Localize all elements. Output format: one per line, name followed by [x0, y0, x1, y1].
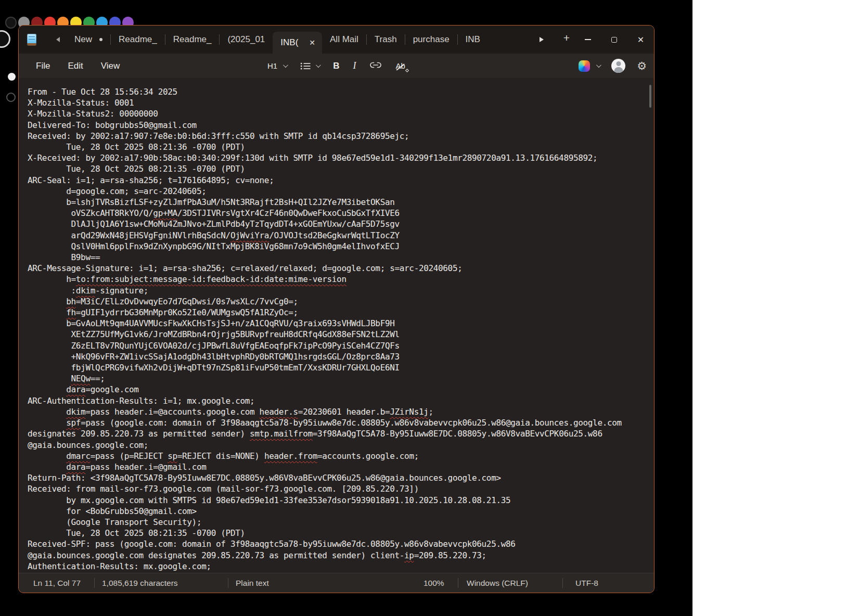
misspelled-text: sp	[168, 451, 177, 461]
editor-line: oVSZkcAHT8RkYO/Q/gp+MA/3DSTJIVRrsVgtXr4C…	[28, 208, 654, 219]
misspelled-text: fh	[66, 307, 76, 317]
scroll-tabs-left-button[interactable]	[56, 37, 60, 42]
menu-view[interactable]: View	[92, 58, 129, 74]
minimize-button[interactable]	[574, 25, 601, 54]
tab-purchase[interactable]: purchase	[405, 25, 457, 54]
line-ending-type[interactable]: Windows (CRLF)	[458, 579, 562, 588]
misspelled-text: header.from	[264, 451, 317, 461]
misspelled-text: JZirNs1j	[390, 407, 428, 417]
menubar: FileEditView H1 B I	[19, 54, 654, 78]
editor-line: fh=gUIF1ydrrbG36MnMpr0Ko52Ie0/WUMgswQ5fA…	[28, 307, 654, 318]
editor-line: fbjWlQcPRG9vifwXh2vDijW+qDTt97nZSp81iFvu…	[28, 362, 654, 373]
list-dropdown[interactable]	[300, 62, 319, 70]
tab-inb[interactable]: INB	[458, 25, 488, 54]
copilot-dropdown[interactable]	[579, 60, 600, 72]
editor-line: spf=pass (google.com: domain of 3f98aaqg…	[28, 417, 654, 428]
editor-line: ARC-Authentication-Results: i=1; mx.goog…	[28, 395, 654, 406]
editor-line: X-Received: by 2002:a17:90b:58ac:b0:340:…	[28, 152, 654, 163]
encoding[interactable]: UTF-8	[563, 579, 654, 588]
editor-line: ARC-Message-Signature: i=1; a=rsa-sha256…	[28, 263, 654, 274]
heading-style-label: H1	[267, 61, 277, 70]
notepad-app-icon	[27, 34, 36, 46]
link-icon	[369, 61, 382, 69]
text-editor[interactable]: From - Tue Oct 28 15:56:34 2025X-Mozilla…	[19, 78, 654, 573]
editor-line: Return-Path: <3f98AaQgTC5A78-By95Iuww8E7…	[28, 472, 654, 483]
misspelled-text: ip	[404, 550, 414, 560]
misspelled-text: dkim	[76, 286, 95, 296]
menu-edit[interactable]: Edit	[59, 58, 92, 74]
editor-line: X-Mozilla-Status2: 00000000	[28, 108, 654, 119]
tab-label: New	[74, 34, 92, 45]
editor-text: From - Tue Oct 28 15:56:34 2025X-Mozilla…	[28, 86, 654, 572]
tab-label: INB	[466, 34, 480, 45]
tab-trash[interactable]: Trash	[367, 25, 405, 54]
editor-line: XEtZZ75UfMyG1vk6/JroMZdBRbn4rOjrjg5BURvp…	[28, 329, 654, 340]
tab-readme-[interactable]: Readme_	[165, 25, 220, 54]
editor-line: ARC-Seal: i=1; a=rsa-sha256; t=176166489…	[28, 175, 654, 186]
copilot-icon	[579, 60, 590, 72]
editor-line: designates 209.85.220.73 as permitted se…	[28, 428, 654, 439]
misspelled-text: dmarc	[66, 451, 90, 461]
misspelled-text: dkim	[66, 407, 85, 417]
settings-gear-icon[interactable]: ⚙	[637, 60, 647, 72]
menu-file[interactable]: File	[27, 58, 59, 74]
account-avatar[interactable]	[611, 59, 625, 73]
chevron-down-icon	[316, 62, 321, 68]
tab-close-button[interactable]: ✕	[307, 38, 317, 47]
tab-inb-[interactable]: INB(✕	[273, 32, 322, 54]
scroll-tabs-right-button[interactable]	[540, 37, 544, 42]
background-app-panel	[692, 0, 847, 616]
misspelled-text: dara	[66, 384, 85, 394]
editor-line: arQd29WxN48jEHSVgFgniNVlrhBqSdcN/OjWviYr…	[28, 230, 654, 241]
character-count: 1,085,619 characters	[95, 579, 228, 588]
toolbar-right: ⚙	[579, 54, 647, 78]
editor-line: b=lshjTVRsBizfLSF+zyZlJmfPbA3uM/h5Nt3RRa…	[28, 197, 654, 208]
tab-readme-[interactable]: Readme_	[111, 25, 165, 54]
tab-strip: NewReadme_Readme_(2025_01INB(✕All MailTr…	[67, 25, 524, 54]
misspelled-text: gp+MA	[153, 208, 177, 218]
vertical-scrollbar-thumb[interactable]	[649, 85, 651, 108]
chevron-down-icon	[283, 62, 288, 68]
tab-all-mail[interactable]: All Mail	[322, 25, 366, 54]
misspelled-text: dara	[66, 462, 85, 472]
misspelled-text: NEQw	[71, 374, 91, 383]
add-tab-button[interactable]: +	[563, 32, 570, 44]
tab-new[interactable]: New	[67, 25, 110, 54]
editor-line: +NkQ96vFR+ZW1ivcSSajA1odgDh43lbHtvphRDy0…	[28, 351, 654, 362]
tab-label: Trash	[375, 34, 397, 45]
titlebar: NewReadme_Readme_(2025_01INB(✕All MailTr…	[19, 25, 654, 54]
editor-line: Tue, 28 Oct 2025 08:21:36 -0700 (PDT)	[28, 142, 654, 152]
desktop-background: NewReadme_Readme_(2025_01INB(✕All MailTr…	[0, 0, 847, 616]
misspelled-text: spf	[66, 418, 81, 428]
maximize-button[interactable]	[601, 25, 627, 54]
clear-formatting-button[interactable]: Ab	[395, 61, 408, 70]
editor-line: dmarc=pass (p=REJECT sp=REJECT dis=NONE)…	[28, 451, 654, 461]
editor-line: for <BobGrubbs50@gmail.com>	[28, 506, 654, 517]
tab-label: Readme_	[119, 34, 157, 45]
misspelled-text: header.s	[260, 407, 298, 417]
bold-button[interactable]: B	[333, 61, 339, 71]
notepad-window: NewReadme_Readme_(2025_01INB(✕All MailTr…	[18, 25, 654, 593]
chevron-down-icon	[596, 62, 601, 68]
editor-line: by mx.google.com with SMTPS id 98e67ed59…	[28, 495, 654, 506]
bullet-list-icon	[300, 62, 311, 70]
close-window-button[interactable]: ✕	[627, 25, 654, 54]
background-dot-icon	[8, 73, 16, 81]
zoom-level[interactable]: 100%	[424, 579, 458, 588]
editor-line: d=google.com; s=arc-20240605;	[28, 186, 654, 197]
editor-line: B9bw==	[28, 252, 654, 263]
tab-label: All Mail	[330, 34, 358, 45]
background-ring-icon	[6, 93, 16, 102]
insert-link-button[interactable]	[369, 61, 382, 71]
heading-style-dropdown[interactable]: H1	[267, 61, 287, 70]
cursor-position: Ln 11, Col 77	[19, 579, 94, 588]
editor-line: Tue, 28 Oct 2025 08:21:35 -0700 (PDT)	[28, 163, 654, 174]
editor-line: DlAJljQ1A6Y1sw+CMoMu4ZmJNvo+ZLmlPdb4yTzT…	[28, 219, 654, 229]
editor-line: dkim=pass header.i=@accounts.google.com …	[28, 406, 654, 417]
window-controls: ✕	[574, 25, 654, 54]
editor-line: Received: by 2002:a17:907:7e8e:b0:b6d:3f…	[28, 131, 654, 142]
italic-button[interactable]: I	[353, 60, 356, 71]
editor-line: h=to:from:subject:message-id:feedback-id…	[28, 274, 654, 285]
tab--2025-01[interactable]: (2025_01	[220, 25, 273, 54]
editor-line: Authentication-Results: mx.google.com;	[28, 561, 654, 572]
